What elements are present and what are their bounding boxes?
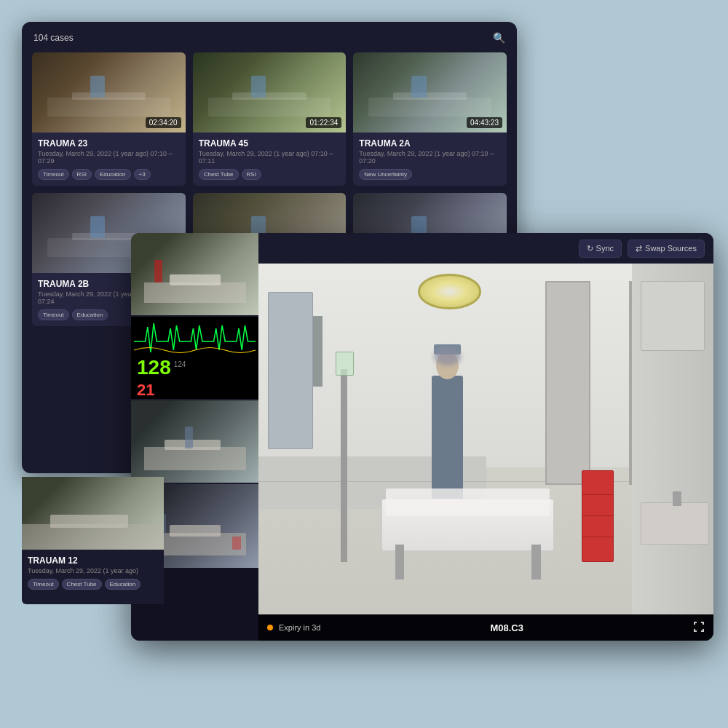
case-card-3[interactable]: 04:43:23 TRAUMA 2A Tuesday, March 29, 20… — [353, 52, 507, 186]
tag: Education — [95, 169, 131, 180]
swap-sources-label: Swap Sources — [645, 244, 697, 253]
tag: Education — [72, 309, 108, 320]
viewer-footer: Expiry in 3d M08.C3 — [258, 614, 713, 641]
room-scene — [258, 264, 713, 614]
partial-case-date: Tuesday, March 29, 2022 (1 year ago) — [28, 567, 158, 574]
tag: Timeout — [28, 579, 59, 590]
footer-left: Expiry in 3d — [267, 623, 320, 632]
cases-count: 104 cases — [33, 33, 74, 43]
case-duration: 04:43:23 — [467, 117, 502, 128]
fullscreen-button[interactable] — [693, 621, 705, 635]
main-viewer: ↻ Sync ⇄ Swap Sources — [258, 233, 713, 641]
swap-sources-button[interactable]: ⇄ Swap Sources — [628, 240, 705, 258]
partial-case-card: TRAUAM 12 Tuesday, March 29, 2022 (1 yea… — [22, 477, 164, 604]
case-thumb: 01:22:34 — [193, 52, 347, 132]
hr-value: 128 — [137, 357, 171, 378]
case-card-1[interactable]: 02:34:20 TRAUMA 23 Tuesday, March 29, 20… — [32, 52, 186, 186]
sync-button[interactable]: ↻ Sync — [579, 240, 622, 258]
viewer-content — [258, 264, 713, 614]
sync-icon: ↻ — [587, 244, 593, 253]
case-title: TRAUMA 45 — [199, 138, 341, 149]
case-tags: Chest TubeRSI — [199, 169, 341, 180]
expiry-text: Expiry in 3d — [279, 623, 320, 632]
case-date: Tuesday, March 29, 2022 (1 year ago) 07:… — [359, 150, 501, 165]
partial-case-tags: Timeout Chest Tube Education — [28, 579, 158, 590]
case-thumb: 04:43:23 — [353, 52, 507, 132]
viewer-panel: 128 21 99 124 M08.Vitals — [131, 233, 713, 641]
source-thumb-3[interactable] — [131, 400, 258, 484]
tag: Timeout — [38, 309, 69, 320]
tag: RSI — [242, 169, 261, 180]
source-thumb-1[interactable] — [131, 233, 258, 317]
swap-icon: ⇄ — [636, 244, 642, 253]
viewer-toolbar: ↻ Sync ⇄ Swap Sources — [258, 233, 713, 264]
expiry-indicator — [267, 625, 273, 630]
case-duration: 01:22:34 — [306, 117, 341, 128]
tag: Timeout — [38, 169, 69, 180]
sync-label: Sync — [596, 244, 614, 253]
view-label: M08.C3 — [490, 622, 523, 633]
tag: Chest Tube — [62, 579, 102, 590]
case-tags: TimeoutRSIEducation+3 — [38, 169, 180, 180]
tag: Education — [105, 579, 141, 590]
case-duration: 02:34:20 — [146, 117, 181, 128]
cases-header: 104 cases 🔍 — [32, 32, 507, 44]
case-title: TRAUMA 2A — [359, 138, 501, 149]
tag: Chest Tube — [199, 169, 239, 180]
rr-value: 21 — [137, 382, 171, 398]
extra-value: 124 — [174, 360, 186, 368]
tag: RSI — [72, 169, 92, 180]
case-thumb: 02:34:20 — [32, 52, 186, 132]
case-date: Tuesday, March 29, 2022 (1 year ago) 07:… — [38, 150, 180, 165]
source-thumb-vitals[interactable]: 128 21 99 124 M08.Vitals — [131, 317, 258, 400]
case-tags: New Uncertainty — [359, 169, 501, 180]
case-date: Tuesday, March 29, 2022 (1 year ago) 07:… — [199, 150, 341, 165]
tag: New Uncertainty — [359, 169, 412, 180]
tag: +3 — [134, 169, 151, 180]
partial-case-title: TRAUAM 12 — [28, 555, 158, 566]
main-video-frame — [258, 264, 713, 614]
search-button[interactable]: 🔍 — [493, 32, 505, 44]
case-title: TRAUMA 23 — [38, 138, 180, 149]
case-card-2[interactable]: 01:22:34 TRAUMA 45 Tuesday, March 29, 20… — [193, 52, 347, 186]
